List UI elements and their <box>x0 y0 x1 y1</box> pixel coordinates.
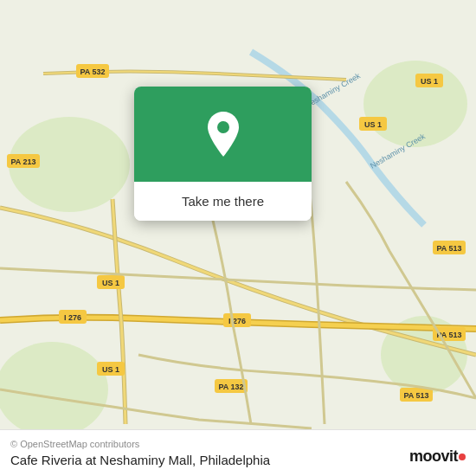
take-me-there-button[interactable]: Take me there <box>134 182 312 221</box>
svg-point-31 <box>217 121 229 133</box>
svg-text:PA 513: PA 513 <box>403 391 428 400</box>
svg-text:US 1: US 1 <box>102 365 119 374</box>
moovit-brand-text: moovit <box>409 447 458 466</box>
svg-text:PA 532: PA 532 <box>80 68 105 76</box>
svg-text:US 1: US 1 <box>102 279 119 287</box>
map-roads-svg: Neshaminy Creek Neshaminy Creek PA 532 U… <box>0 0 476 476</box>
svg-point-2 <box>363 61 467 147</box>
svg-text:PA 132: PA 132 <box>218 383 243 391</box>
take-me-there-label: Take me there <box>182 194 264 209</box>
location-pin-icon <box>204 110 242 158</box>
moovit-dot <box>459 453 466 460</box>
attribution-text: © OpenStreetMap contributors <box>10 439 466 449</box>
svg-text:PA 513: PA 513 <box>436 244 461 253</box>
bottom-bar: © OpenStreetMap contributors Cafe Riveri… <box>0 429 476 476</box>
location-name: Cafe Riveria at Neshaminy Mall, Philadel… <box>10 453 466 467</box>
map-container: Neshaminy Creek Neshaminy Creek PA 532 U… <box>0 0 476 476</box>
popup-card: Take me there <box>134 87 312 221</box>
svg-text:US 1: US 1 <box>364 120 382 129</box>
moovit-logo: moovit <box>409 447 466 466</box>
popup-green-area <box>134 87 312 182</box>
svg-text:I 276: I 276 <box>64 313 81 322</box>
svg-point-3 <box>0 342 108 437</box>
svg-text:PA 213: PA 213 <box>10 158 35 166</box>
svg-text:US 1: US 1 <box>421 77 438 86</box>
